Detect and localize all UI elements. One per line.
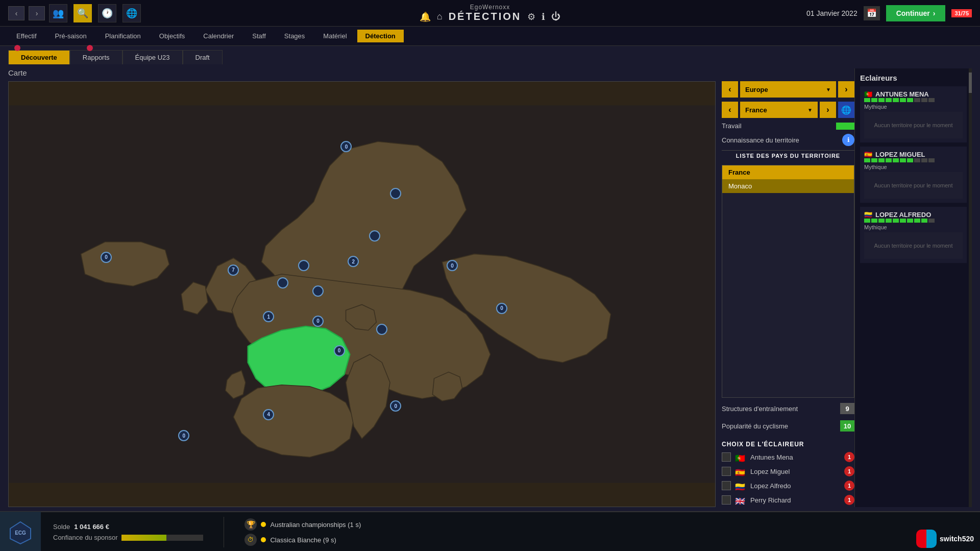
top-icons: 👥 🔍 🕐 🌐	[49, 4, 141, 22]
nav-tabs: Effectif Pré-saison Planification Object…	[0, 27, 980, 46]
calendar-icon-top[interactable]: 🕐	[98, 4, 116, 22]
scout-rating-0	[864, 98, 963, 102]
scout-card-lopezm: 🇪🇸 LOPEZ MIGUEL Mythique Aucun territoir…	[860, 147, 967, 203]
scout-card-name-2: 🇨🇴 LOPEZ ALFREDO	[864, 211, 963, 219]
globe-btn[interactable]: 🌐	[838, 102, 854, 118]
scout-row-3: 🇬🇧 Perry Richard 1	[722, 493, 854, 507]
date-display: 01 Janvier 2022	[806, 9, 857, 17]
scout-card-name-0: 🇵🇹 ANTUNES MENA	[864, 90, 963, 98]
structures-value: 9	[840, 403, 854, 414]
country-next-btn[interactable]: ›	[820, 102, 836, 118]
forward-button[interactable]: ›	[29, 6, 45, 20]
page-title: DÉTECTION	[449, 11, 522, 22]
scout-name-0: Antunes Mena	[750, 453, 840, 461]
tab-materiel[interactable]: Matériel	[315, 30, 355, 42]
region-dropdown-row: ‹ Europe ▼ ›	[722, 81, 854, 98]
scout-territory-0: Aucun territoire pour le moment	[864, 112, 963, 138]
tab-calendrier[interactable]: Calendrier	[195, 30, 242, 42]
main-content: Carte	[0, 64, 980, 511]
confidence-bar	[121, 535, 203, 541]
map-canvas[interactable]: 0 7 2 0 1 0 0 0 4 0 0 0	[8, 81, 716, 507]
map-section: Carte	[8, 68, 854, 507]
scout-check-2[interactable]	[722, 481, 731, 490]
sub-tabs: Découverte Rapports Équipe U23 Draft	[0, 46, 980, 64]
travail-bar	[836, 123, 854, 130]
scout-count-1: 1	[844, 466, 854, 476]
scout-check-0[interactable]	[722, 452, 731, 462]
continue-button[interactable]: Continuer ›	[886, 5, 946, 21]
deco-dot-2	[87, 45, 93, 51]
power-icon[interactable]: ⏻	[551, 11, 560, 22]
settings-icon[interactable]: ⚙	[527, 11, 535, 22]
scrollbar-thumb[interactable]	[969, 73, 972, 93]
sub-tab-u23[interactable]: Équipe U23	[122, 50, 183, 64]
scout-check-3[interactable]	[722, 495, 731, 505]
scout-count-3: 1	[844, 495, 854, 505]
scout-row-2: 🇨🇴 Lopez Alfredo 1	[722, 478, 854, 493]
switch-badge: switch520	[916, 530, 974, 548]
scout-check-1[interactable]	[722, 467, 731, 476]
scout-marker-1: 7	[228, 265, 239, 276]
territory-monaco[interactable]: Monaco	[722, 179, 854, 193]
scout-tier-0: Mythique	[864, 104, 963, 110]
choice-section: CHOIX DE L'ÉCLAIREUR 🇵🇹 Antunes Mena 1 🇪…	[722, 439, 854, 507]
switch-label: switch520	[940, 535, 974, 543]
country-prev-btn[interactable]: ‹	[722, 102, 738, 118]
switch-logo	[916, 530, 937, 548]
team-logo: ECG	[0, 512, 41, 551]
deco-dot-1	[14, 45, 20, 51]
scout-row-1: 🇪🇸 Lopez Miguel 1	[722, 464, 854, 478]
tab-planification[interactable]: Planification	[97, 30, 149, 42]
region-next-btn[interactable]: ›	[838, 81, 854, 98]
sub-tab-rapports[interactable]: Rapports	[70, 50, 122, 64]
solde-label: Solde	[53, 523, 70, 531]
tab-effectif[interactable]: Effectif	[8, 30, 45, 42]
scout-card-antunes: 🇵🇹 ANTUNES MENA Mythique Aucun territoir…	[860, 86, 967, 142]
structures-row: Structures d'entraînement 9	[722, 402, 854, 415]
country-dropdown[interactable]: France ▼	[740, 102, 818, 118]
connaissance-row: Connaissance du territoire ℹ	[722, 134, 854, 146]
scout-territory-2: Aucun territoire pour le moment	[864, 232, 963, 259]
region-prev-btn[interactable]: ‹	[722, 81, 738, 98]
tab-pre-saison[interactable]: Pré-saison	[47, 30, 95, 42]
home-icon[interactable]: ⌂	[437, 11, 443, 22]
scout-row-0: 🇵🇹 Antunes Mena 1	[722, 450, 854, 464]
territory-list-title: LISTE DES PAYS DU TERRITOIRE	[722, 150, 854, 161]
scrollbar-track[interactable]	[969, 68, 972, 507]
tab-stages[interactable]: Stages	[276, 30, 313, 42]
team-logo-svg: ECG	[8, 519, 33, 545]
sub-tab-decouverte[interactable]: Découverte	[8, 50, 70, 64]
calendar-btn[interactable]: 📅	[864, 6, 880, 20]
tab-staff[interactable]: Staff	[244, 30, 274, 42]
app-title: EgoWernoxx	[470, 4, 510, 11]
roster-icon[interactable]: 👥	[49, 4, 67, 22]
territory-france[interactable]: France	[722, 165, 854, 179]
races-section: 🏆 Australian championships (1 s) ⏱ Class…	[232, 514, 980, 550]
region-dropdown[interactable]: Europe ▼	[740, 81, 836, 98]
map-section-title: Carte	[8, 68, 854, 77]
choice-title: CHOIX DE L'ÉCLAIREUR	[722, 439, 854, 450]
tab-objectifs[interactable]: Objectifs	[151, 30, 193, 42]
sub-tab-draft[interactable]: Draft	[183, 50, 223, 64]
map-wrapper: 0 7 2 0 1 0 0 0 4 0 0 0	[8, 81, 854, 507]
scout-name-1: Lopez Miguel	[750, 468, 840, 475]
travail-label: Travail	[722, 122, 742, 130]
info-icon[interactable]: ℹ	[542, 11, 545, 22]
scout-count-2: 1	[844, 481, 854, 491]
back-button[interactable]: ‹	[8, 6, 24, 20]
scout-marker-2	[277, 277, 288, 289]
top-bar: ‹ › 👥 🔍 🕐 🌐 EgoWernoxx 🔔 ⌂ DÉTECTION ⚙ ℹ…	[0, 0, 980, 27]
globe-icon[interactable]: 🌐	[122, 4, 141, 22]
bottom-bar: ECG Solde 1 041 666 € Confiance du spons…	[0, 511, 980, 551]
scout-tier-2: Mythique	[864, 224, 963, 230]
territory-list: France Monaco	[722, 165, 854, 398]
bell-icon[interactable]: 🔔	[420, 11, 431, 22]
scout-rating-2	[864, 219, 963, 223]
detection-icon[interactable]: 🔍	[74, 4, 92, 22]
tab-detection[interactable]: Détection	[357, 30, 404, 42]
score-badge: 31/75	[951, 9, 972, 17]
map-controls: ‹ Europe ▼ › ‹ France ▼ › 🌐	[722, 81, 854, 507]
race-row-0: 🏆 Australian championships (1 s)	[244, 518, 968, 531]
scout-flag-0: 🇵🇹	[735, 453, 746, 461]
bottom-stats: Solde 1 041 666 € Confiance du sponsor	[41, 519, 215, 545]
